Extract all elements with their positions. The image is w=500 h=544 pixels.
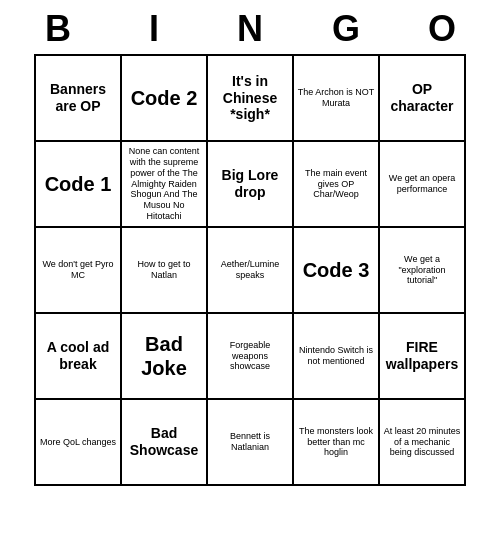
bingo-cell-2[interactable]: It's in Chinese *sigh* <box>208 56 294 142</box>
title-o: O <box>399 8 485 50</box>
bingo-cell-11[interactable]: How to get to Natlan <box>122 228 208 314</box>
bingo-cell-6[interactable]: None can content with the supreme power … <box>122 142 208 228</box>
bingo-cell-7[interactable]: Big Lore drop <box>208 142 294 228</box>
bingo-cell-12[interactable]: Aether/Lumine speaks <box>208 228 294 314</box>
bingo-cell-14[interactable]: We get a "exploration tutorial" <box>380 228 466 314</box>
title-g: G <box>303 8 389 50</box>
bingo-cell-5[interactable]: Code 1 <box>36 142 122 228</box>
bingo-title: B I N G O <box>10 0 490 54</box>
bingo-cell-21[interactable]: Bad Showcase <box>122 400 208 486</box>
bingo-cell-16[interactable]: Bad Joke <box>122 314 208 400</box>
bingo-cell-22[interactable]: Bennett is Natlanian <box>208 400 294 486</box>
bingo-cell-15[interactable]: A cool ad break <box>36 314 122 400</box>
bingo-cell-9[interactable]: We get an opera performance <box>380 142 466 228</box>
title-b: B <box>15 8 101 50</box>
title-n: N <box>207 8 293 50</box>
bingo-cell-10[interactable]: We don't get Pyro MC <box>36 228 122 314</box>
bingo-cell-1[interactable]: Code 2 <box>122 56 208 142</box>
bingo-cell-18[interactable]: Nintendo Switch is not mentioned <box>294 314 380 400</box>
bingo-cell-20[interactable]: More QoL changes <box>36 400 122 486</box>
bingo-cell-8[interactable]: The main event gives OP Char/Weop <box>294 142 380 228</box>
bingo-cell-3[interactable]: The Archon is NOT Murata <box>294 56 380 142</box>
bingo-cell-13[interactable]: Code 3 <box>294 228 380 314</box>
bingo-cell-19[interactable]: FIRE wallpapers <box>380 314 466 400</box>
bingo-cell-23[interactable]: The monsters look better than mc hoglin <box>294 400 380 486</box>
title-i: I <box>111 8 197 50</box>
bingo-grid: Banners are OPCode 2It's in Chinese *sig… <box>34 54 466 486</box>
bingo-cell-24[interactable]: At least 20 minutes of a mechanic being … <box>380 400 466 486</box>
bingo-cell-17[interactable]: Forgeable weapons showcase <box>208 314 294 400</box>
bingo-cell-0[interactable]: Banners are OP <box>36 56 122 142</box>
bingo-cell-4[interactable]: OP character <box>380 56 466 142</box>
